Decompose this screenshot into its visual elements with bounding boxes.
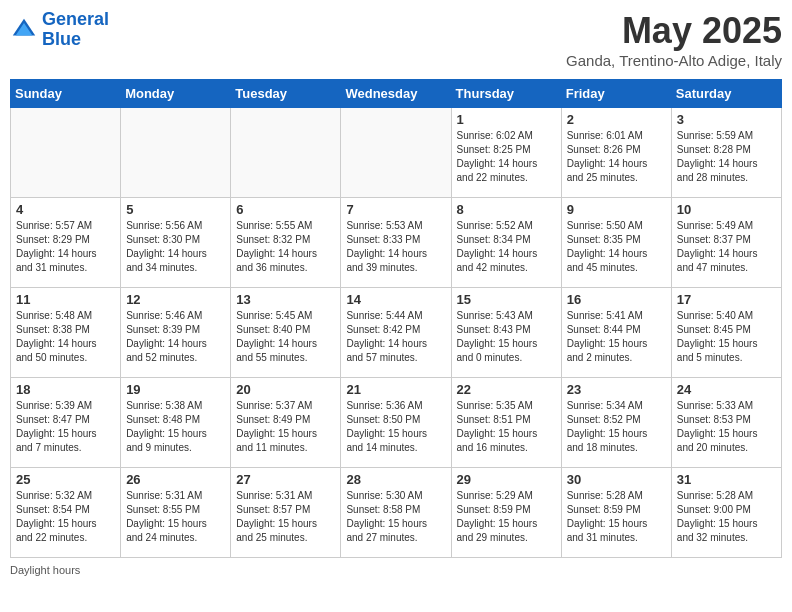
day-number: 25 bbox=[16, 472, 115, 487]
day-number: 20 bbox=[236, 382, 335, 397]
day-info: Sunrise: 5:36 AMSunset: 8:50 PMDaylight:… bbox=[346, 399, 445, 455]
table-row: 23Sunrise: 5:34 AMSunset: 8:52 PMDayligh… bbox=[561, 378, 671, 468]
day-info: Sunrise: 5:44 AMSunset: 8:42 PMDaylight:… bbox=[346, 309, 445, 365]
subtitle: Ganda, Trentino-Alto Adige, Italy bbox=[566, 52, 782, 69]
header: General Blue May 2025 Ganda, Trentino-Al… bbox=[10, 10, 782, 69]
calendar-day-header: Friday bbox=[561, 80, 671, 108]
day-info: Sunrise: 5:39 AMSunset: 8:47 PMDaylight:… bbox=[16, 399, 115, 455]
calendar-day-header: Wednesday bbox=[341, 80, 451, 108]
day-info: Sunrise: 5:30 AMSunset: 8:58 PMDaylight:… bbox=[346, 489, 445, 545]
day-info: Sunrise: 5:49 AMSunset: 8:37 PMDaylight:… bbox=[677, 219, 776, 275]
table-row: 11Sunrise: 5:48 AMSunset: 8:38 PMDayligh… bbox=[11, 288, 121, 378]
daylight-label: Daylight hours bbox=[10, 564, 80, 576]
title-area: May 2025 Ganda, Trentino-Alto Adige, Ita… bbox=[566, 10, 782, 69]
table-row: 16Sunrise: 5:41 AMSunset: 8:44 PMDayligh… bbox=[561, 288, 671, 378]
day-number: 1 bbox=[457, 112, 556, 127]
day-number: 6 bbox=[236, 202, 335, 217]
table-row: 2Sunrise: 6:01 AMSunset: 8:26 PMDaylight… bbox=[561, 108, 671, 198]
table-row: 20Sunrise: 5:37 AMSunset: 8:49 PMDayligh… bbox=[231, 378, 341, 468]
table-row: 13Sunrise: 5:45 AMSunset: 8:40 PMDayligh… bbox=[231, 288, 341, 378]
calendar-day-header: Thursday bbox=[451, 80, 561, 108]
day-info: Sunrise: 5:56 AMSunset: 8:30 PMDaylight:… bbox=[126, 219, 225, 275]
day-info: Sunrise: 5:31 AMSunset: 8:55 PMDaylight:… bbox=[126, 489, 225, 545]
day-number: 22 bbox=[457, 382, 556, 397]
day-info: Sunrise: 5:28 AMSunset: 8:59 PMDaylight:… bbox=[567, 489, 666, 545]
day-info: Sunrise: 6:01 AMSunset: 8:26 PMDaylight:… bbox=[567, 129, 666, 185]
day-info: Sunrise: 5:29 AMSunset: 8:59 PMDaylight:… bbox=[457, 489, 556, 545]
day-info: Sunrise: 5:32 AMSunset: 8:54 PMDaylight:… bbox=[16, 489, 115, 545]
table-row: 22Sunrise: 5:35 AMSunset: 8:51 PMDayligh… bbox=[451, 378, 561, 468]
logo-blue: Blue bbox=[42, 30, 109, 50]
day-info: Sunrise: 5:35 AMSunset: 8:51 PMDaylight:… bbox=[457, 399, 556, 455]
day-info: Sunrise: 5:52 AMSunset: 8:34 PMDaylight:… bbox=[457, 219, 556, 275]
calendar: SundayMondayTuesdayWednesdayThursdayFrid… bbox=[10, 79, 782, 558]
table-row: 1Sunrise: 6:02 AMSunset: 8:25 PMDaylight… bbox=[451, 108, 561, 198]
day-number: 13 bbox=[236, 292, 335, 307]
table-row: 28Sunrise: 5:30 AMSunset: 8:58 PMDayligh… bbox=[341, 468, 451, 558]
table-row: 4Sunrise: 5:57 AMSunset: 8:29 PMDaylight… bbox=[11, 198, 121, 288]
calendar-week-row: 11Sunrise: 5:48 AMSunset: 8:38 PMDayligh… bbox=[11, 288, 782, 378]
table-row: 31Sunrise: 5:28 AMSunset: 9:00 PMDayligh… bbox=[671, 468, 781, 558]
day-info: Sunrise: 5:57 AMSunset: 8:29 PMDaylight:… bbox=[16, 219, 115, 275]
table-row: 27Sunrise: 5:31 AMSunset: 8:57 PMDayligh… bbox=[231, 468, 341, 558]
day-info: Sunrise: 5:37 AMSunset: 8:49 PMDaylight:… bbox=[236, 399, 335, 455]
logo-icon bbox=[10, 16, 38, 44]
day-number: 30 bbox=[567, 472, 666, 487]
table-row: 17Sunrise: 5:40 AMSunset: 8:45 PMDayligh… bbox=[671, 288, 781, 378]
day-number: 15 bbox=[457, 292, 556, 307]
calendar-week-row: 1Sunrise: 6:02 AMSunset: 8:25 PMDaylight… bbox=[11, 108, 782, 198]
day-info: Sunrise: 5:48 AMSunset: 8:38 PMDaylight:… bbox=[16, 309, 115, 365]
table-row: 26Sunrise: 5:31 AMSunset: 8:55 PMDayligh… bbox=[121, 468, 231, 558]
calendar-day-header: Monday bbox=[121, 80, 231, 108]
table-row bbox=[121, 108, 231, 198]
day-info: Sunrise: 5:34 AMSunset: 8:52 PMDaylight:… bbox=[567, 399, 666, 455]
table-row: 21Sunrise: 5:36 AMSunset: 8:50 PMDayligh… bbox=[341, 378, 451, 468]
day-number: 2 bbox=[567, 112, 666, 127]
day-number: 23 bbox=[567, 382, 666, 397]
calendar-day-header: Sunday bbox=[11, 80, 121, 108]
footer: Daylight hours bbox=[10, 564, 782, 576]
day-info: Sunrise: 5:53 AMSunset: 8:33 PMDaylight:… bbox=[346, 219, 445, 275]
table-row: 15Sunrise: 5:43 AMSunset: 8:43 PMDayligh… bbox=[451, 288, 561, 378]
calendar-week-row: 18Sunrise: 5:39 AMSunset: 8:47 PMDayligh… bbox=[11, 378, 782, 468]
day-info: Sunrise: 5:45 AMSunset: 8:40 PMDaylight:… bbox=[236, 309, 335, 365]
table-row: 12Sunrise: 5:46 AMSunset: 8:39 PMDayligh… bbox=[121, 288, 231, 378]
day-number: 17 bbox=[677, 292, 776, 307]
table-row: 7Sunrise: 5:53 AMSunset: 8:33 PMDaylight… bbox=[341, 198, 451, 288]
calendar-week-row: 4Sunrise: 5:57 AMSunset: 8:29 PMDaylight… bbox=[11, 198, 782, 288]
day-number: 5 bbox=[126, 202, 225, 217]
day-number: 3 bbox=[677, 112, 776, 127]
day-info: Sunrise: 5:46 AMSunset: 8:39 PMDaylight:… bbox=[126, 309, 225, 365]
day-number: 12 bbox=[126, 292, 225, 307]
day-info: Sunrise: 5:28 AMSunset: 9:00 PMDaylight:… bbox=[677, 489, 776, 545]
day-info: Sunrise: 5:33 AMSunset: 8:53 PMDaylight:… bbox=[677, 399, 776, 455]
table-row: 6Sunrise: 5:55 AMSunset: 8:32 PMDaylight… bbox=[231, 198, 341, 288]
day-number: 8 bbox=[457, 202, 556, 217]
calendar-day-header: Tuesday bbox=[231, 80, 341, 108]
day-number: 11 bbox=[16, 292, 115, 307]
table-row: 18Sunrise: 5:39 AMSunset: 8:47 PMDayligh… bbox=[11, 378, 121, 468]
day-info: Sunrise: 6:02 AMSunset: 8:25 PMDaylight:… bbox=[457, 129, 556, 185]
table-row: 19Sunrise: 5:38 AMSunset: 8:48 PMDayligh… bbox=[121, 378, 231, 468]
table-row: 9Sunrise: 5:50 AMSunset: 8:35 PMDaylight… bbox=[561, 198, 671, 288]
day-number: 4 bbox=[16, 202, 115, 217]
day-number: 18 bbox=[16, 382, 115, 397]
day-number: 9 bbox=[567, 202, 666, 217]
day-number: 14 bbox=[346, 292, 445, 307]
day-info: Sunrise: 5:38 AMSunset: 8:48 PMDaylight:… bbox=[126, 399, 225, 455]
day-number: 19 bbox=[126, 382, 225, 397]
table-row: 14Sunrise: 5:44 AMSunset: 8:42 PMDayligh… bbox=[341, 288, 451, 378]
day-info: Sunrise: 5:31 AMSunset: 8:57 PMDaylight:… bbox=[236, 489, 335, 545]
table-row: 8Sunrise: 5:52 AMSunset: 8:34 PMDaylight… bbox=[451, 198, 561, 288]
logo: General Blue bbox=[10, 10, 109, 50]
table-row: 10Sunrise: 5:49 AMSunset: 8:37 PMDayligh… bbox=[671, 198, 781, 288]
table-row: 3Sunrise: 5:59 AMSunset: 8:28 PMDaylight… bbox=[671, 108, 781, 198]
calendar-day-header: Saturday bbox=[671, 80, 781, 108]
day-info: Sunrise: 5:50 AMSunset: 8:35 PMDaylight:… bbox=[567, 219, 666, 275]
day-info: Sunrise: 5:55 AMSunset: 8:32 PMDaylight:… bbox=[236, 219, 335, 275]
day-info: Sunrise: 5:41 AMSunset: 8:44 PMDaylight:… bbox=[567, 309, 666, 365]
day-number: 16 bbox=[567, 292, 666, 307]
day-info: Sunrise: 5:59 AMSunset: 8:28 PMDaylight:… bbox=[677, 129, 776, 185]
table-row: 5Sunrise: 5:56 AMSunset: 8:30 PMDaylight… bbox=[121, 198, 231, 288]
logo-text: General Blue bbox=[42, 10, 109, 50]
